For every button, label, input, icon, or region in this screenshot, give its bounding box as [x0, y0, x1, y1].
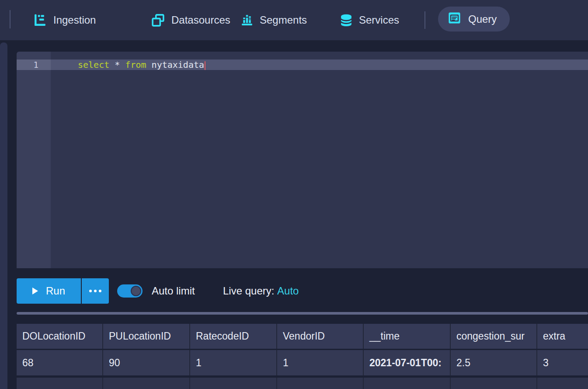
nav-item-label: Datasources [171, 14, 230, 26]
query-text[interactable]: select * from nytaxidata [78, 60, 205, 70]
table-row-partial [17, 378, 588, 389]
results-header-row: DOLocationID PULocationID RatecodeID Ven… [17, 324, 588, 349]
nav-item-query[interactable]: Query [438, 7, 510, 32]
datasources-icon [151, 13, 165, 28]
table-cell-time[interactable]: 2021-07-01T00: [364, 350, 451, 375]
nav-item-segments[interactable]: Segments [240, 0, 307, 40]
live-query-control[interactable]: Live query: Auto [223, 278, 299, 304]
column-header[interactable]: RatecodeID [190, 324, 277, 349]
live-query-value[interactable]: Auto [277, 285, 299, 297]
top-nav: Ingestion Datasources Segments [0, 0, 588, 40]
nav-item-label: Ingestion [53, 14, 96, 26]
nav-item-datasources[interactable]: Datasources [151, 0, 230, 40]
nav-left-divider [10, 10, 10, 28]
sql-editor[interactable]: 1 select * from nytaxidata [17, 52, 588, 268]
nav-item-services[interactable]: Services [340, 0, 399, 40]
more-icon [89, 290, 101, 292]
sql-keyword: select [78, 60, 115, 70]
run-button[interactable]: Run [17, 278, 81, 304]
column-header[interactable]: DOLocationID [17, 324, 103, 349]
segments-icon [240, 14, 254, 27]
query-icon [448, 11, 461, 27]
sql-star: * [115, 60, 125, 70]
nav-item-label: Services [359, 14, 399, 26]
auto-limit-label: Auto limit [152, 278, 195, 304]
sql-identifier: nytaxidata [152, 60, 204, 70]
ingestion-icon [33, 13, 47, 28]
live-query-label: Live query: [223, 285, 274, 297]
column-header[interactable]: congestion_sur [451, 324, 537, 349]
text-cursor [205, 61, 205, 70]
run-button-label: Run [46, 285, 65, 297]
services-icon [340, 13, 353, 28]
auto-limit-toggle[interactable] [117, 284, 143, 298]
nav-item-ingestion[interactable]: Ingestion [33, 0, 96, 40]
editor-gutter [17, 52, 51, 268]
nav-separator [424, 11, 425, 29]
column-header[interactable]: VendorID [277, 324, 364, 349]
sql-keyword: from [125, 60, 151, 70]
column-header[interactable]: PULocationID [103, 324, 190, 349]
table-cell[interactable]: 90 [103, 350, 190, 375]
play-icon [32, 287, 38, 294]
line-number: 1 [17, 60, 51, 70]
table-cell[interactable]: 68 [17, 350, 103, 375]
panel-splitter[interactable] [17, 312, 588, 315]
run-more-options-button[interactable] [82, 278, 109, 304]
column-header[interactable]: __time [364, 324, 451, 349]
table-cell[interactable]: 3 [537, 350, 588, 375]
left-panel-strip [0, 42, 7, 389]
toggle-knob [131, 286, 141, 296]
table-row: 68 90 1 1 2021-07-01T00: 2.5 3 [17, 350, 588, 375]
table-cell[interactable]: 1 [277, 350, 364, 375]
column-header[interactable]: extra [537, 324, 588, 349]
table-cell[interactable]: 1 [190, 350, 277, 375]
nav-item-label: Segments [260, 14, 307, 26]
nav-item-label: Query [468, 13, 497, 25]
table-cell[interactable]: 2.5 [451, 350, 537, 375]
